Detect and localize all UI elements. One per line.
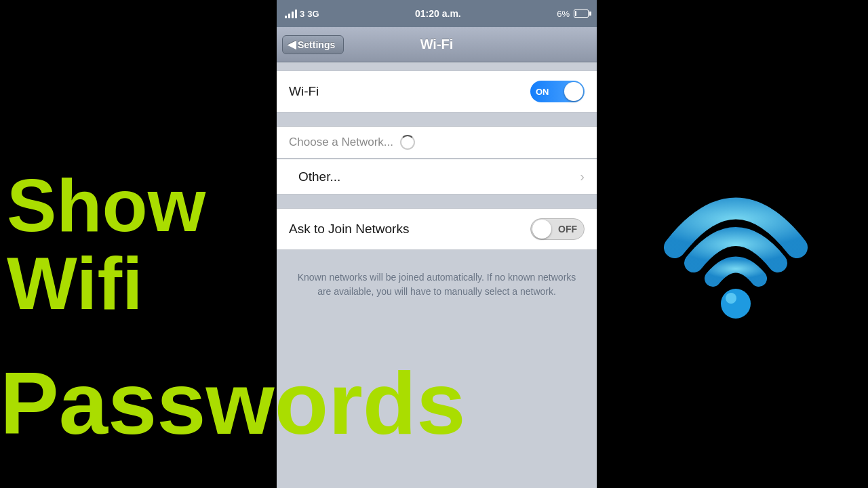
- status-bar: 3 3G 01:20 a.m. 6%: [277, 0, 597, 27]
- settings-content: Wi-Fi ON Choose a Network... Other... › …: [277, 62, 597, 314]
- ask-to-join-label: Ask to Join Networks: [289, 222, 409, 237]
- wifi-toggle-label: ON: [536, 87, 549, 97]
- ask-to-join-knob: [532, 220, 551, 239]
- nav-title: Wi-Fi: [420, 37, 454, 52]
- battery-icon: [574, 9, 589, 18]
- battery-fill: [575, 11, 576, 16]
- wifi-section: Wi-Fi ON: [277, 70, 597, 113]
- wifi-label: Wi-Fi: [289, 84, 319, 99]
- signal-bar-3: [292, 12, 294, 18]
- other-row[interactable]: Other... ›: [277, 159, 597, 195]
- wifi-toggle[interactable]: ON: [530, 81, 585, 102]
- network-type: 3G: [307, 9, 319, 19]
- wifi-toggle-knob: [564, 82, 583, 101]
- left-overlay: Show Wifi: [0, 0, 278, 488]
- choose-network-row: Choose a Network...: [277, 127, 597, 158]
- status-right: 6%: [557, 9, 589, 19]
- chevron-right-icon: ›: [580, 169, 585, 184]
- description-text: Known networks will be joined automatica…: [277, 264, 597, 306]
- signal-bars: [285, 9, 297, 18]
- other-label: Other...: [289, 169, 340, 184]
- choose-network-section: Choose a Network...: [277, 126, 597, 159]
- svg-point-1: [726, 293, 736, 304]
- wifi-icon: [641, 149, 831, 339]
- right-wifi-area: [604, 0, 868, 488]
- ask-to-join-row: Ask to Join Networks OFF: [277, 209, 597, 249]
- wifi-row: Wi-Fi ON: [277, 71, 597, 112]
- back-button[interactable]: ◀ Settings: [282, 35, 344, 54]
- battery-percent: 6%: [557, 9, 570, 19]
- ask-to-join-toggle[interactable]: OFF: [530, 218, 585, 240]
- back-label: Settings: [298, 39, 335, 50]
- loading-spinner: [400, 135, 415, 150]
- overlay-word-wifi: Wifi: [7, 244, 278, 323]
- network-label: 3: [300, 9, 304, 19]
- status-left: 3 3G: [285, 9, 319, 19]
- overlay-word-show: Show: [7, 166, 278, 245]
- choose-network-label: Choose a Network...: [289, 136, 393, 149]
- status-time: 01:20 a.m.: [415, 8, 461, 19]
- signal-bar-2: [288, 14, 290, 18]
- ask-to-join-toggle-label: OFF: [558, 224, 577, 235]
- signal-bar-1: [285, 16, 287, 18]
- signal-bar-4: [295, 9, 297, 18]
- back-arrow-icon: ◀: [288, 38, 296, 51]
- phone-screen: 3 3G 01:20 a.m. 6% ◀ Settings Wi-Fi Wi-F…: [277, 0, 597, 488]
- nav-bar: ◀ Settings Wi-Fi: [277, 27, 597, 62]
- svg-point-0: [721, 289, 751, 319]
- ask-to-join-section: Ask to Join Networks OFF: [277, 208, 597, 250]
